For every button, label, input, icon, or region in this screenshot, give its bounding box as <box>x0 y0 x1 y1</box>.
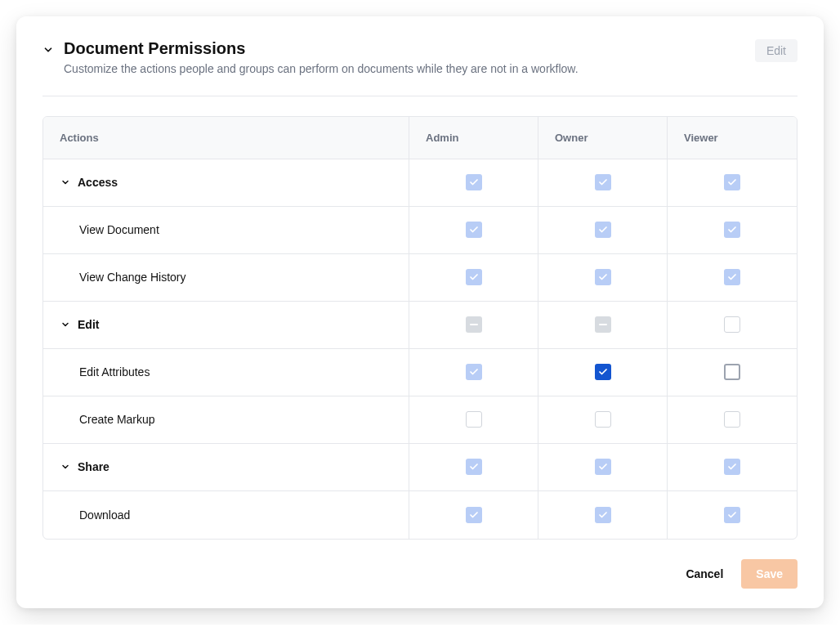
checkbox-viewer-view-document[interactable] <box>724 222 740 238</box>
group-label-text: Share <box>78 460 109 473</box>
permission-label-text: View Document <box>79 223 159 236</box>
cell-role <box>668 159 797 206</box>
permission-label-text: View Change History <box>79 271 185 284</box>
cell-role <box>409 396 538 443</box>
cell-role <box>409 207 538 253</box>
column-header-actions: Actions <box>43 117 409 159</box>
checkbox-admin-share[interactable] <box>466 459 482 475</box>
permissions-panel: Document Permissions Customize the actio… <box>16 16 824 608</box>
permission-label: Edit Attributes <box>43 349 409 396</box>
cell-role <box>538 254 668 301</box>
column-header-admin: Admin <box>409 117 538 159</box>
checkbox-viewer-download[interactable] <box>724 507 740 523</box>
checkbox-owner-access[interactable] <box>595 174 611 190</box>
checkbox-admin-view-document[interactable] <box>466 222 482 238</box>
checkbox-viewer-edit-attributes[interactable] <box>724 364 740 380</box>
permissions-table: Actions Admin Owner Viewer AccessView Do… <box>42 116 798 540</box>
group-label: Access <box>43 159 409 206</box>
cell-role <box>538 491 668 539</box>
permission-row-view-change-history: View Change History <box>43 254 797 302</box>
cell-role <box>538 396 668 443</box>
cell-role <box>668 349 797 396</box>
cell-role <box>668 396 797 443</box>
header-divider <box>42 96 798 96</box>
cell-role <box>538 444 668 490</box>
panel-footer: Cancel Save <box>42 559 798 589</box>
group-row-share: Share <box>43 444 797 491</box>
checkbox-admin-view-change-history[interactable] <box>466 269 482 285</box>
cell-role <box>668 207 797 253</box>
checkbox-viewer-share[interactable] <box>724 459 740 475</box>
page-title: Document Permissions <box>64 39 579 58</box>
cell-role <box>668 444 797 490</box>
table-header-row: Actions Admin Owner Viewer <box>43 117 797 159</box>
save-button[interactable]: Save <box>741 559 798 589</box>
cell-role <box>668 302 797 348</box>
chevron-down-icon[interactable] <box>60 319 71 330</box>
checkbox-admin-create-markup[interactable] <box>466 411 482 428</box>
group-label: Edit <box>43 302 409 348</box>
permission-label-text: Edit Attributes <box>79 365 150 378</box>
checkbox-admin-edit-attributes[interactable] <box>466 364 482 380</box>
chevron-down-icon[interactable] <box>60 461 71 473</box>
permission-label: Create Markup <box>43 396 409 443</box>
cell-role <box>538 159 668 206</box>
permission-row-view-document: View Document <box>43 207 797 254</box>
permission-label: View Change History <box>43 254 409 301</box>
page-subtitle: Customize the actions people and groups … <box>64 61 579 78</box>
cell-role <box>538 349 668 396</box>
cancel-button[interactable]: Cancel <box>686 567 723 580</box>
column-header-owner: Owner <box>538 117 668 159</box>
column-header-viewer: Viewer <box>668 117 797 159</box>
cell-role <box>409 302 538 348</box>
checkbox-owner-share[interactable] <box>595 459 611 475</box>
cell-role <box>668 254 797 301</box>
group-row-access: Access <box>43 159 797 207</box>
cell-role <box>409 349 538 396</box>
cell-role <box>538 207 668 253</box>
checkbox-owner-download[interactable] <box>595 507 611 523</box>
checkbox-admin-access[interactable] <box>466 174 482 190</box>
permission-label-text: Create Markup <box>79 413 155 426</box>
checkbox-owner-edit-attributes[interactable] <box>595 364 611 380</box>
permission-row-download: Download <box>43 491 797 539</box>
cell-role <box>668 491 797 539</box>
checkbox-owner-view-document[interactable] <box>595 222 611 238</box>
checkbox-viewer-access[interactable] <box>724 174 740 190</box>
checkbox-owner-edit[interactable] <box>595 316 611 333</box>
group-label-text: Edit <box>78 318 99 331</box>
chevron-down-icon[interactable] <box>60 177 71 188</box>
permission-row-create-markup: Create Markup <box>43 396 797 444</box>
group-row-edit: Edit <box>43 302 797 349</box>
checkbox-viewer-create-markup[interactable] <box>724 411 740 428</box>
table-body: AccessView DocumentView Change HistoryEd… <box>43 159 797 539</box>
permission-label: Download <box>43 491 409 539</box>
cell-role <box>538 302 668 348</box>
checkbox-admin-edit[interactable] <box>466 316 482 333</box>
cell-role <box>409 444 538 490</box>
checkbox-viewer-edit[interactable] <box>724 316 740 333</box>
permission-row-edit-attributes: Edit Attributes <box>43 349 797 396</box>
cell-role <box>409 159 538 206</box>
permission-label-text: Download <box>79 508 130 522</box>
checkbox-owner-create-markup[interactable] <box>595 411 611 428</box>
cell-role <box>409 254 538 301</box>
group-label: Share <box>43 444 409 490</box>
checkbox-viewer-view-change-history[interactable] <box>724 269 740 285</box>
cell-role <box>409 491 538 539</box>
panel-header: Document Permissions Customize the actio… <box>42 39 798 78</box>
collapse-panel-toggle[interactable] <box>42 44 54 56</box>
header-left: Document Permissions Customize the actio… <box>42 39 579 78</box>
edit-button[interactable]: Edit <box>755 39 798 62</box>
checkbox-owner-view-change-history[interactable] <box>595 269 611 285</box>
checkbox-admin-download[interactable] <box>466 507 482 523</box>
permission-label: View Document <box>43 207 409 253</box>
group-label-text: Access <box>78 176 118 189</box>
